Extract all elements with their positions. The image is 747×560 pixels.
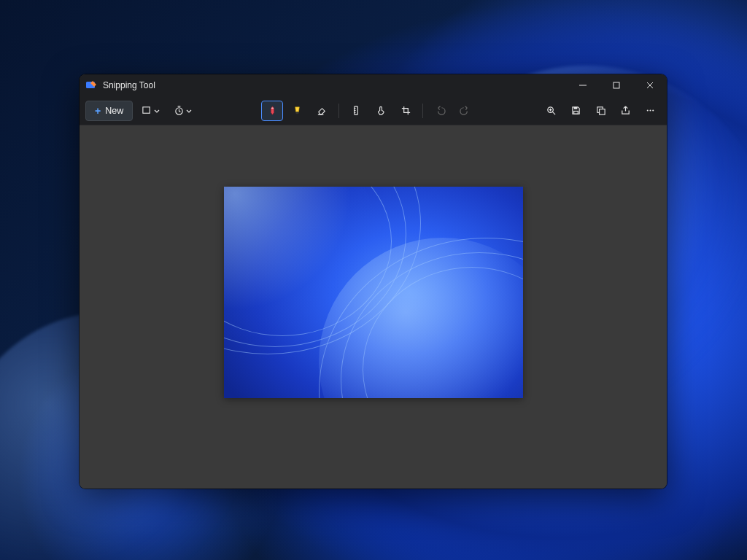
zoom-button[interactable] xyxy=(540,101,562,121)
touch-writing-button[interactable] xyxy=(370,101,392,121)
snip-mode-dropdown[interactable] xyxy=(136,101,165,121)
snipping-tool-window: Snipping Tool + New xyxy=(80,74,667,489)
highlighter-tool-button[interactable] xyxy=(286,101,308,121)
svg-rect-10 xyxy=(599,109,605,115)
svg-point-13 xyxy=(652,109,654,111)
pen-tool-button[interactable] xyxy=(261,101,283,121)
separator xyxy=(422,104,423,118)
save-button[interactable] xyxy=(565,101,587,121)
close-button[interactable] xyxy=(633,74,667,96)
output-tools-group xyxy=(540,101,661,121)
new-snip-button[interactable]: + New xyxy=(85,101,133,121)
maximize-button[interactable] xyxy=(600,74,633,96)
copy-button[interactable] xyxy=(589,101,611,121)
svg-rect-8 xyxy=(573,107,577,109)
separator xyxy=(338,104,339,118)
titlebar[interactable]: Snipping Tool xyxy=(80,74,667,96)
redo-button[interactable] xyxy=(454,101,476,121)
edit-tools-group xyxy=(261,101,476,121)
minimize-button[interactable] xyxy=(566,74,600,96)
delay-dropdown[interactable] xyxy=(168,101,197,121)
new-button-label: New xyxy=(105,106,123,116)
undo-button[interactable] xyxy=(429,101,451,121)
window-title: Snipping Tool xyxy=(103,80,155,90)
ruler-tool-button[interactable] xyxy=(345,101,367,121)
chevron-down-icon xyxy=(186,104,192,117)
app-icon xyxy=(85,79,97,91)
canvas-area[interactable] xyxy=(80,125,667,489)
eraser-tool-button[interactable] xyxy=(311,101,333,121)
svg-rect-1 xyxy=(614,82,619,88)
share-button[interactable] xyxy=(614,101,636,121)
svg-point-12 xyxy=(649,109,651,111)
svg-rect-4 xyxy=(295,112,298,114)
captured-screenshot[interactable] xyxy=(224,187,523,398)
svg-point-11 xyxy=(646,109,648,111)
more-button[interactable] xyxy=(639,101,661,121)
chevron-down-icon xyxy=(154,104,160,117)
toolbar: + New xyxy=(80,96,667,125)
svg-rect-2 xyxy=(143,107,150,113)
plus-icon: + xyxy=(95,106,101,116)
crop-button[interactable] xyxy=(395,101,417,121)
